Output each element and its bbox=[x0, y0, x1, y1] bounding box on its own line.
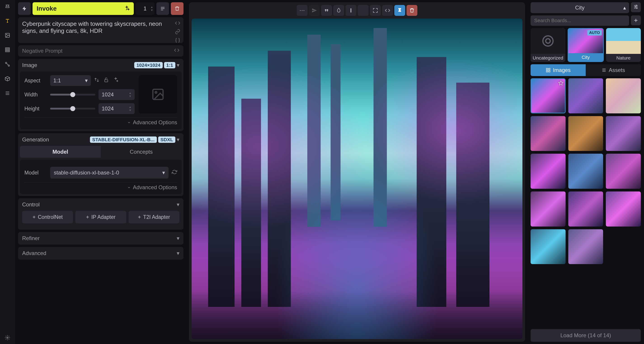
code-view-icon[interactable] bbox=[382, 5, 393, 16]
add-ip-adapter-button[interactable]: +IP Adapter bbox=[75, 211, 126, 223]
image-advanced-label: Advanced Options bbox=[133, 119, 177, 126]
settings-icon[interactable] bbox=[4, 333, 12, 342]
refresh-models-icon[interactable] bbox=[172, 169, 177, 176]
app-logo-icon[interactable] bbox=[4, 2, 12, 11]
control-chevron-icon[interactable]: ▾ bbox=[177, 202, 180, 208]
height-input[interactable]: 1024 ▲▼ bbox=[98, 103, 135, 114]
board-label: Uncategorized bbox=[530, 54, 565, 62]
gallery-thumb[interactable] bbox=[606, 154, 641, 189]
positive-prompt-input[interactable] bbox=[22, 20, 167, 39]
generation-header[interactable]: Generation STABLE-DIFFUSION-XL-B... SDXL… bbox=[18, 133, 184, 146]
gallery-thumb[interactable] bbox=[606, 116, 641, 151]
gallery-thumb[interactable] bbox=[568, 192, 603, 227]
generation-advanced-toggle[interactable]: Advanced Options bbox=[24, 182, 177, 191]
gallery-thumb[interactable] bbox=[530, 229, 566, 264]
prompt-braces-icon[interactable] bbox=[175, 38, 180, 44]
tab-assets[interactable]: Assets bbox=[586, 64, 641, 76]
width-label: Width bbox=[24, 92, 47, 98]
nodes-tab-icon[interactable] bbox=[4, 60, 12, 68]
text-tab-icon[interactable] bbox=[4, 17, 12, 25]
tab-concepts[interactable]: Concepts bbox=[101, 146, 182, 158]
board-nature[interactable]: Nature bbox=[606, 28, 641, 62]
negative-prompt-input[interactable] bbox=[22, 48, 167, 54]
chevron-down-icon: ▾ bbox=[162, 169, 165, 176]
asterisk-icon[interactable] bbox=[358, 5, 368, 16]
svg-point-11 bbox=[546, 39, 550, 43]
fullscreen-icon[interactable] bbox=[370, 5, 381, 16]
gallery-thumb[interactable] bbox=[530, 192, 566, 227]
bolt-button[interactable] bbox=[18, 2, 31, 15]
clear-queue-button[interactable] bbox=[171, 2, 184, 15]
generated-image bbox=[192, 19, 522, 339]
star-icon[interactable] bbox=[558, 80, 564, 87]
board-select[interactable]: City ▴ bbox=[530, 2, 629, 13]
board-settings-button[interactable] bbox=[631, 2, 641, 12]
generation-section: Generation STABLE-DIFFUSION-XL-B... SDXL… bbox=[18, 133, 184, 196]
gallery-thumb[interactable] bbox=[530, 116, 566, 151]
refiner-title: Refiner bbox=[22, 235, 40, 242]
image-tab-icon[interactable] bbox=[4, 31, 12, 39]
height-slider[interactable] bbox=[50, 108, 95, 110]
center-panel: ⋯ bbox=[189, 2, 525, 342]
gallery-thumb[interactable] bbox=[606, 192, 641, 227]
invoke-button[interactable]: Invoke bbox=[32, 2, 134, 15]
board-uncategorized[interactable]: Uncategorized bbox=[530, 28, 565, 62]
gallery-thumb[interactable] bbox=[568, 78, 603, 113]
send-icon[interactable] bbox=[309, 5, 320, 16]
grid-tab-icon[interactable] bbox=[4, 46, 12, 54]
image-chevron-icon[interactable]: ▾ bbox=[177, 62, 180, 68]
gallery-thumb[interactable] bbox=[530, 78, 566, 113]
width-slider[interactable] bbox=[50, 94, 95, 95]
add-t2i-adapter-button[interactable]: +T2I Adapter bbox=[128, 211, 180, 223]
image-section-header[interactable]: Image 1024×1024 1:1 ▾ bbox=[18, 59, 184, 72]
image-advanced-toggle[interactable]: Advanced Options bbox=[24, 117, 177, 126]
positive-prompt-card bbox=[18, 17, 184, 43]
generation-chevron-icon[interactable]: ▾ bbox=[177, 136, 180, 143]
add-board-button[interactable] bbox=[631, 15, 641, 25]
hourglass-icon[interactable] bbox=[394, 5, 405, 16]
gallery-thumb[interactable] bbox=[568, 116, 603, 151]
queue-list-button[interactable] bbox=[156, 2, 169, 15]
gallery-thumb[interactable] bbox=[568, 154, 603, 189]
image-canvas[interactable] bbox=[192, 19, 522, 339]
sparkle-aspect-icon[interactable] bbox=[113, 77, 118, 84]
iterations-input[interactable]: 1 ▲▼ bbox=[136, 2, 154, 15]
prompt-link-icon[interactable] bbox=[175, 29, 180, 36]
tab-images[interactable]: Images bbox=[530, 64, 586, 76]
svg-point-5 bbox=[7, 337, 8, 338]
add-controlnet-button[interactable]: +ControlNet bbox=[22, 211, 73, 223]
model-select[interactable]: stable-diffusion-xl-base-1-0 ▾ bbox=[50, 167, 168, 179]
more-options-button[interactable]: ⋯ bbox=[297, 5, 308, 16]
prompt-code-icon[interactable] bbox=[175, 20, 180, 27]
aspect-select[interactable]: 1:1 ▾ bbox=[50, 75, 91, 86]
svg-rect-15 bbox=[548, 71, 550, 72]
board-city[interactable]: AUTO City bbox=[568, 28, 604, 62]
search-boards-input[interactable] bbox=[530, 15, 629, 26]
gallery-thumb[interactable] bbox=[530, 154, 566, 189]
iterations-value: 1 bbox=[144, 6, 146, 12]
cube-tab-icon[interactable] bbox=[4, 75, 12, 83]
quote-icon[interactable] bbox=[321, 5, 332, 16]
height-value: 1024 bbox=[102, 105, 114, 112]
auto-badge: AUTO bbox=[587, 30, 602, 36]
swap-dimensions-icon[interactable] bbox=[94, 77, 100, 84]
gallery-thumb[interactable] bbox=[606, 78, 641, 113]
gallery-thumb[interactable] bbox=[568, 229, 603, 264]
lock-aspect-icon[interactable] bbox=[104, 77, 109, 84]
svg-point-1 bbox=[6, 34, 7, 35]
width-input[interactable]: 1024 ▲▼ bbox=[98, 89, 135, 100]
svg-point-8 bbox=[155, 92, 157, 93]
ruler-icon[interactable] bbox=[346, 5, 356, 16]
advanced-section[interactable]: Advanced ▾ bbox=[18, 247, 184, 260]
height-label: Height bbox=[24, 106, 47, 112]
svg-rect-9 bbox=[350, 8, 352, 13]
queue-tab-icon[interactable] bbox=[4, 89, 12, 97]
iterations-spinners[interactable]: ▲▼ bbox=[150, 6, 153, 12]
neg-code-icon[interactable] bbox=[174, 48, 180, 54]
seed-icon[interactable] bbox=[333, 5, 344, 16]
svg-point-10 bbox=[543, 36, 553, 46]
delete-image-button[interactable] bbox=[406, 5, 417, 16]
refiner-section[interactable]: Refiner ▾ bbox=[18, 232, 184, 245]
tab-model[interactable]: Model bbox=[20, 146, 101, 158]
load-more-button[interactable]: Load More (14 of 14) bbox=[530, 329, 641, 342]
